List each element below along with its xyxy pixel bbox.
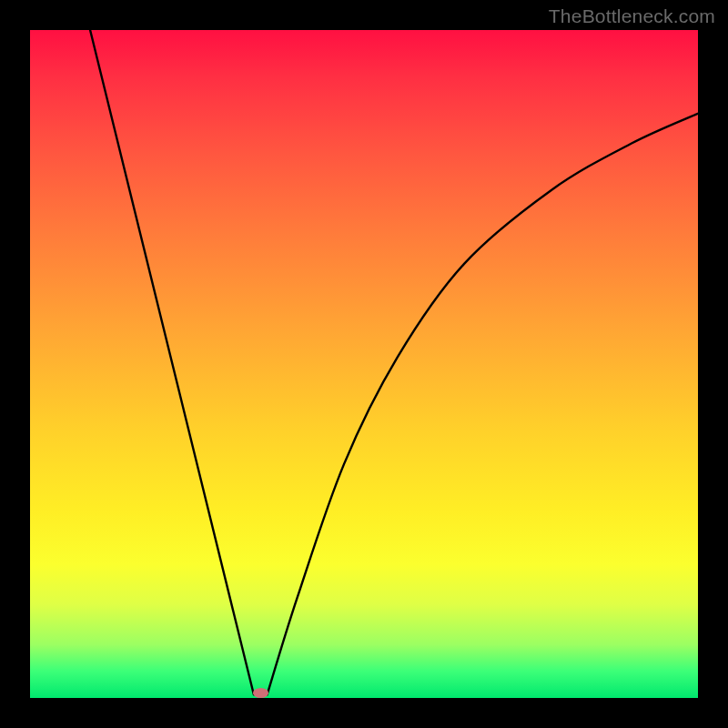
curve-svg xyxy=(30,30,698,698)
watermark-text: TheBottleneck.com xyxy=(549,5,715,27)
bottleneck-curve xyxy=(90,30,698,694)
plot-area xyxy=(30,30,698,698)
minimum-marker xyxy=(253,688,268,698)
